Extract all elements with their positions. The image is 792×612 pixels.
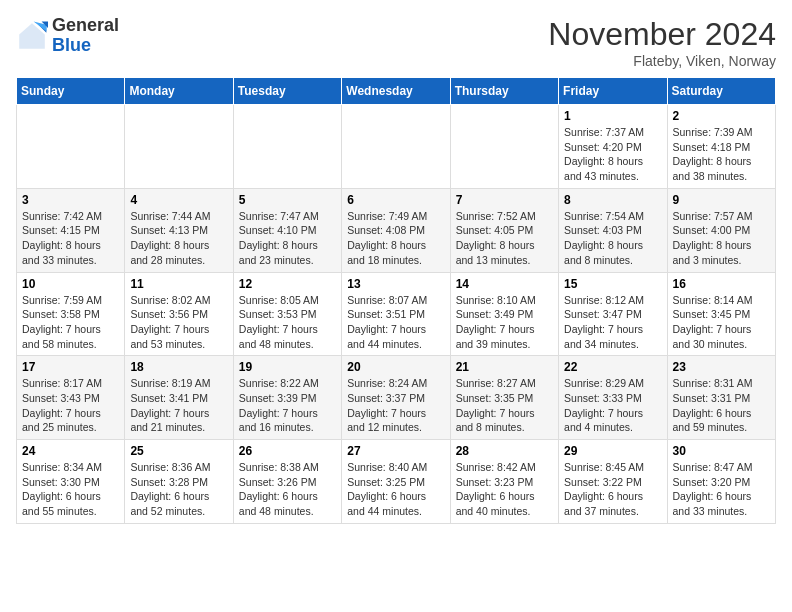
day-number: 25 <box>130 444 227 458</box>
day-info: Sunrise: 8:45 AMSunset: 3:22 PMDaylight:… <box>564 460 661 519</box>
day-cell: 23Sunrise: 8:31 AMSunset: 3:31 PMDayligh… <box>667 356 775 440</box>
day-cell: 25Sunrise: 8:36 AMSunset: 3:28 PMDayligh… <box>125 440 233 524</box>
logo-icon <box>16 20 48 52</box>
day-number: 9 <box>673 193 770 207</box>
day-number: 22 <box>564 360 661 374</box>
day-cell: 2Sunrise: 7:39 AMSunset: 4:18 PMDaylight… <box>667 105 775 189</box>
day-number: 26 <box>239 444 336 458</box>
day-cell: 17Sunrise: 8:17 AMSunset: 3:43 PMDayligh… <box>17 356 125 440</box>
day-cell: 11Sunrise: 8:02 AMSunset: 3:56 PMDayligh… <box>125 272 233 356</box>
day-info: Sunrise: 8:38 AMSunset: 3:26 PMDaylight:… <box>239 460 336 519</box>
day-number: 28 <box>456 444 553 458</box>
day-info: Sunrise: 8:24 AMSunset: 3:37 PMDaylight:… <box>347 376 444 435</box>
day-info: Sunrise: 8:07 AMSunset: 3:51 PMDaylight:… <box>347 293 444 352</box>
day-number: 14 <box>456 277 553 291</box>
day-info: Sunrise: 7:47 AMSunset: 4:10 PMDaylight:… <box>239 209 336 268</box>
week-row-2: 3Sunrise: 7:42 AMSunset: 4:15 PMDaylight… <box>17 188 776 272</box>
day-info: Sunrise: 8:12 AMSunset: 3:47 PMDaylight:… <box>564 293 661 352</box>
day-cell: 3Sunrise: 7:42 AMSunset: 4:15 PMDaylight… <box>17 188 125 272</box>
day-number: 5 <box>239 193 336 207</box>
logo-blue: Blue <box>52 35 91 55</box>
day-info: Sunrise: 8:40 AMSunset: 3:25 PMDaylight:… <box>347 460 444 519</box>
day-cell: 1Sunrise: 7:37 AMSunset: 4:20 PMDaylight… <box>559 105 667 189</box>
day-cell: 30Sunrise: 8:47 AMSunset: 3:20 PMDayligh… <box>667 440 775 524</box>
title-block: November 2024 Flateby, Viken, Norway <box>548 16 776 69</box>
day-number: 2 <box>673 109 770 123</box>
day-cell: 27Sunrise: 8:40 AMSunset: 3:25 PMDayligh… <box>342 440 450 524</box>
day-number: 23 <box>673 360 770 374</box>
day-info: Sunrise: 8:29 AMSunset: 3:33 PMDaylight:… <box>564 376 661 435</box>
day-cell: 13Sunrise: 8:07 AMSunset: 3:51 PMDayligh… <box>342 272 450 356</box>
page-header: General Blue November 2024 Flateby, Vike… <box>16 16 776 69</box>
day-info: Sunrise: 8:14 AMSunset: 3:45 PMDaylight:… <box>673 293 770 352</box>
day-info: Sunrise: 8:42 AMSunset: 3:23 PMDaylight:… <box>456 460 553 519</box>
weekday-header-monday: Monday <box>125 78 233 105</box>
week-row-4: 17Sunrise: 8:17 AMSunset: 3:43 PMDayligh… <box>17 356 776 440</box>
week-row-3: 10Sunrise: 7:59 AMSunset: 3:58 PMDayligh… <box>17 272 776 356</box>
day-cell <box>342 105 450 189</box>
day-info: Sunrise: 8:27 AMSunset: 3:35 PMDaylight:… <box>456 376 553 435</box>
day-number: 7 <box>456 193 553 207</box>
weekday-header-wednesday: Wednesday <box>342 78 450 105</box>
weekday-header-friday: Friday <box>559 78 667 105</box>
day-cell: 12Sunrise: 8:05 AMSunset: 3:53 PMDayligh… <box>233 272 341 356</box>
day-cell: 21Sunrise: 8:27 AMSunset: 3:35 PMDayligh… <box>450 356 558 440</box>
day-number: 24 <box>22 444 119 458</box>
week-row-1: 1Sunrise: 7:37 AMSunset: 4:20 PMDaylight… <box>17 105 776 189</box>
day-number: 13 <box>347 277 444 291</box>
day-number: 27 <box>347 444 444 458</box>
day-number: 20 <box>347 360 444 374</box>
day-number: 17 <box>22 360 119 374</box>
day-number: 10 <box>22 277 119 291</box>
day-info: Sunrise: 7:59 AMSunset: 3:58 PMDaylight:… <box>22 293 119 352</box>
day-cell: 8Sunrise: 7:54 AMSunset: 4:03 PMDaylight… <box>559 188 667 272</box>
day-info: Sunrise: 8:47 AMSunset: 3:20 PMDaylight:… <box>673 460 770 519</box>
day-cell: 14Sunrise: 8:10 AMSunset: 3:49 PMDayligh… <box>450 272 558 356</box>
day-info: Sunrise: 7:37 AMSunset: 4:20 PMDaylight:… <box>564 125 661 184</box>
day-cell: 7Sunrise: 7:52 AMSunset: 4:05 PMDaylight… <box>450 188 558 272</box>
day-cell <box>125 105 233 189</box>
day-cell <box>17 105 125 189</box>
day-info: Sunrise: 8:05 AMSunset: 3:53 PMDaylight:… <box>239 293 336 352</box>
day-cell <box>233 105 341 189</box>
logo-general: General <box>52 15 119 35</box>
day-cell: 29Sunrise: 8:45 AMSunset: 3:22 PMDayligh… <box>559 440 667 524</box>
weekday-header-saturday: Saturday <box>667 78 775 105</box>
day-cell: 10Sunrise: 7:59 AMSunset: 3:58 PMDayligh… <box>17 272 125 356</box>
logo-text: General Blue <box>52 16 119 56</box>
day-info: Sunrise: 7:54 AMSunset: 4:03 PMDaylight:… <box>564 209 661 268</box>
day-number: 15 <box>564 277 661 291</box>
weekday-header-row: SundayMondayTuesdayWednesdayThursdayFrid… <box>17 78 776 105</box>
day-number: 18 <box>130 360 227 374</box>
day-cell: 18Sunrise: 8:19 AMSunset: 3:41 PMDayligh… <box>125 356 233 440</box>
day-cell: 15Sunrise: 8:12 AMSunset: 3:47 PMDayligh… <box>559 272 667 356</box>
day-cell: 5Sunrise: 7:47 AMSunset: 4:10 PMDaylight… <box>233 188 341 272</box>
day-info: Sunrise: 8:36 AMSunset: 3:28 PMDaylight:… <box>130 460 227 519</box>
day-number: 1 <box>564 109 661 123</box>
weekday-header-sunday: Sunday <box>17 78 125 105</box>
month-title: November 2024 <box>548 16 776 53</box>
day-info: Sunrise: 7:49 AMSunset: 4:08 PMDaylight:… <box>347 209 444 268</box>
day-info: Sunrise: 8:10 AMSunset: 3:49 PMDaylight:… <box>456 293 553 352</box>
weekday-header-thursday: Thursday <box>450 78 558 105</box>
day-cell: 6Sunrise: 7:49 AMSunset: 4:08 PMDaylight… <box>342 188 450 272</box>
day-info: Sunrise: 8:31 AMSunset: 3:31 PMDaylight:… <box>673 376 770 435</box>
day-cell: 24Sunrise: 8:34 AMSunset: 3:30 PMDayligh… <box>17 440 125 524</box>
day-number: 3 <box>22 193 119 207</box>
day-cell: 4Sunrise: 7:44 AMSunset: 4:13 PMDaylight… <box>125 188 233 272</box>
day-number: 6 <box>347 193 444 207</box>
day-cell: 28Sunrise: 8:42 AMSunset: 3:23 PMDayligh… <box>450 440 558 524</box>
day-info: Sunrise: 7:44 AMSunset: 4:13 PMDaylight:… <box>130 209 227 268</box>
day-info: Sunrise: 7:42 AMSunset: 4:15 PMDaylight:… <box>22 209 119 268</box>
day-number: 4 <box>130 193 227 207</box>
day-number: 11 <box>130 277 227 291</box>
day-info: Sunrise: 8:19 AMSunset: 3:41 PMDaylight:… <box>130 376 227 435</box>
weekday-header-tuesday: Tuesday <box>233 78 341 105</box>
day-info: Sunrise: 7:57 AMSunset: 4:00 PMDaylight:… <box>673 209 770 268</box>
location-subtitle: Flateby, Viken, Norway <box>548 53 776 69</box>
day-cell: 19Sunrise: 8:22 AMSunset: 3:39 PMDayligh… <box>233 356 341 440</box>
day-info: Sunrise: 8:22 AMSunset: 3:39 PMDaylight:… <box>239 376 336 435</box>
day-info: Sunrise: 8:17 AMSunset: 3:43 PMDaylight:… <box>22 376 119 435</box>
day-cell: 22Sunrise: 8:29 AMSunset: 3:33 PMDayligh… <box>559 356 667 440</box>
day-info: Sunrise: 7:52 AMSunset: 4:05 PMDaylight:… <box>456 209 553 268</box>
